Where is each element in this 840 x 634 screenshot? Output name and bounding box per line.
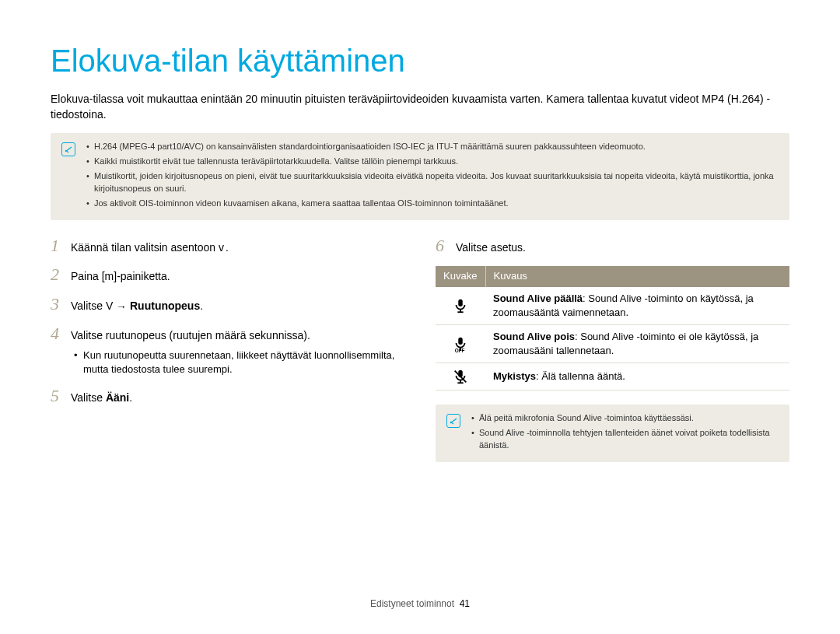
step-1: 1 Käännä tilan valitsin asentoon v. [51, 237, 404, 256]
left-column: 1 Käännä tilan valitsin asentoon v. 2 Pa… [51, 237, 404, 479]
svg-rect-0 [458, 299, 463, 306]
right-column: 6 Valitse asetus. Kuvake Kuvaus Sound Al… [436, 237, 789, 479]
sound-options-table: Kuvake Kuvaus Sound Alive päällä: Sound … [436, 266, 789, 391]
note-item: H.264 (MPEG-4 part10/AVC) on kansainväli… [86, 141, 779, 153]
page-title: Elokuva-tilan käyttäminen [51, 39, 789, 82]
note-item: Jos aktivoit OIS-toiminnon videon kuvaam… [86, 198, 779, 210]
svg-rect-3 [458, 338, 463, 345]
note-list-2: Älä peitä mikrofonia Sound Alive -toimin… [471, 412, 779, 454]
footer-section: Edistyneet toiminnot [370, 598, 454, 609]
page-number: 41 [460, 598, 470, 609]
arrow-right-icon: → [116, 299, 127, 315]
mic-mute-icon [436, 363, 485, 391]
note-icon [61, 142, 75, 156]
note-list-1: H.264 (MPEG-4 part10/AVC) on kansainväli… [86, 141, 779, 212]
note-item: Kaikki muistikortit eivät tue tallennust… [86, 156, 779, 168]
step-4: 4 Valitse ruutunopeus (ruutujen määrä se… [51, 325, 404, 377]
table-row: Mykistys: Älä tallenna ääntä. [436, 363, 789, 391]
step-6: 6 Valitse asetus. [436, 237, 789, 256]
step-text: Valitse asetus. [456, 240, 789, 256]
step-number: 6 [436, 237, 448, 254]
mic-off-icon: OFF [436, 325, 485, 363]
step-number: 4 [51, 325, 63, 342]
note-box-2: Älä peitä mikrofonia Sound Alive -toimin… [436, 405, 789, 462]
video-glyph: V [106, 299, 113, 312]
note-icon [446, 414, 460, 428]
note-item: Älä peitä mikrofonia Sound Alive -toimin… [471, 412, 779, 425]
table-cell-desc: Sound Alive päällä: Sound Alive -toimint… [485, 287, 789, 325]
step-text: Valitse Ääni. [71, 391, 404, 406]
table-head-icon: Kuvake [436, 266, 485, 286]
step-3: 3 Valitse V → Ruutunopeus. [51, 296, 404, 314]
step-text: Käännä tilan valitsin asentoon v. [71, 240, 404, 256]
table-cell-desc: Sound Alive pois: Sound Alive -toiminto … [485, 325, 789, 363]
step-text: Valitse ruutunopeus (ruutujen määrä seku… [71, 328, 404, 377]
table-cell-desc: Mykistys: Älä tallenna ääntä. [485, 363, 789, 391]
svg-text:OFF: OFF [455, 348, 465, 352]
note-box-1: H.264 (MPEG-4 part10/AVC) on kansainväli… [51, 133, 789, 220]
note-item: Muistikortit, joiden kirjoitusnopeus on … [86, 170, 779, 195]
step-number: 3 [51, 296, 63, 313]
note-item: Sound Alive -toiminnolla tehtyjen tallen… [471, 427, 779, 452]
page-footer: Edistyneet toiminnot 41 [0, 597, 840, 611]
table-head-desc: Kuvaus [485, 266, 789, 286]
step-sub-bullet: Kun ruutunopeutta suurennetaan, liikkeet… [71, 349, 404, 377]
step-number: 5 [51, 387, 63, 405]
intro-text: Elokuva-tilassa voit mukauttaa enintään … [51, 92, 789, 122]
step-number: 2 [51, 266, 63, 283]
step-2: 2 Paina [m]-painiketta. [51, 266, 404, 285]
table-row: Sound Alive päällä: Sound Alive -toimint… [436, 287, 789, 325]
step-text: Valitse V → Ruutunopeus. [71, 299, 404, 314]
mode-dial-glyph: v [219, 241, 226, 254]
menu-button-glyph: m [105, 270, 114, 282]
step-5: 5 Valitse Ääni. [51, 387, 404, 406]
step-text: Paina [m]-painiketta. [71, 269, 404, 285]
mic-on-icon [436, 287, 485, 325]
table-row: OFF Sound Alive pois: Sound Alive -toimi… [436, 325, 789, 363]
step-number: 1 [51, 237, 63, 254]
